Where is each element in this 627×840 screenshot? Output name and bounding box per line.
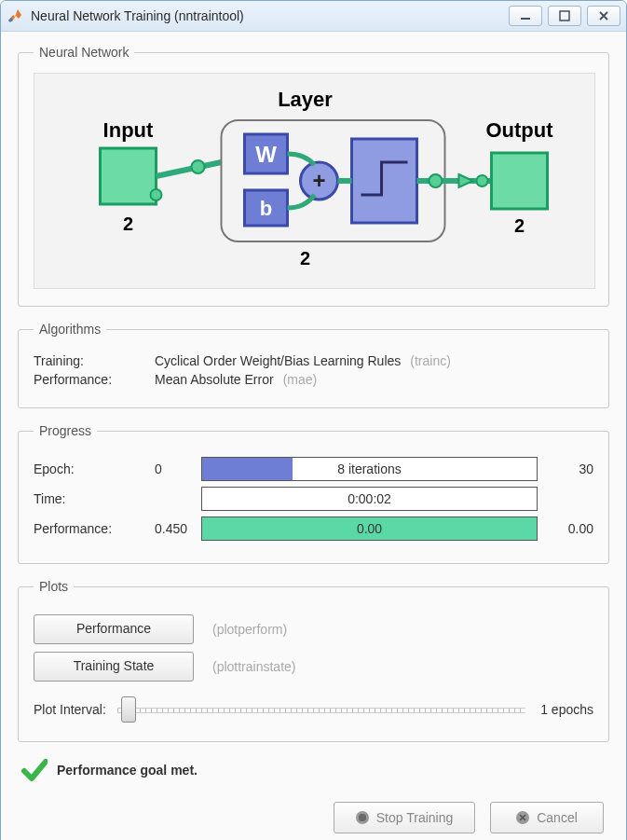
performance-plot-hint: (plotperform): [212, 622, 287, 637]
performance-label: Performance:: [34, 521, 155, 536]
plots-section: Plots Performance (plotperform) Training…: [18, 579, 609, 742]
training-value: Cyclical Order Weight/Bias Learning Rule…: [155, 353, 401, 368]
plus-label: +: [312, 168, 325, 193]
content-area: Neural Network Input Layer Output 2: [1, 32, 626, 840]
status-row: Performance goal met.: [21, 757, 609, 783]
network-section: Neural Network Input Layer Output 2: [18, 45, 609, 307]
plot-training-state-row: Training State (plottrainstate): [34, 652, 593, 682]
svg-rect-0: [521, 18, 530, 20]
cancel-button[interactable]: Cancel: [490, 802, 604, 833]
minimize-button[interactable]: [509, 6, 542, 26]
time-label: Time:: [34, 491, 155, 506]
layer-size: 2: [300, 248, 310, 269]
performance-row: Performance: 0.450 0.00 0.00: [34, 516, 593, 541]
performance-algo-hint: (mae): [283, 372, 318, 387]
performance-bar-text: 0.00: [357, 521, 382, 536]
plot-interval-row: Plot Interval: 1 epochs: [34, 695, 593, 724]
node-icon: [192, 160, 205, 173]
connector: [157, 162, 222, 176]
transfer-function-block: [352, 139, 417, 223]
connector: [288, 154, 315, 165]
epoch-label: Epoch:: [34, 461, 155, 476]
stop-icon: [356, 811, 369, 824]
performance-algo-row: Performance: Mean Absolute Error (mae): [34, 372, 593, 387]
training-hint: (trainc): [410, 353, 451, 368]
performance-algo-label: Performance:: [34, 372, 155, 387]
time-bar-text: 0:00:02: [348, 491, 391, 506]
w-label: W: [255, 142, 277, 167]
window-buttons: [509, 6, 620, 26]
plot-interval-slider[interactable]: [117, 695, 525, 724]
svg-marker-2: [359, 814, 366, 821]
titlebar: Neural Network Training (nntraintool): [1, 1, 626, 32]
status-message: Performance goal met.: [57, 763, 198, 778]
algorithms-legend: Algorithms: [34, 322, 106, 337]
epoch-end: 30: [538, 461, 593, 476]
output-size: 2: [514, 215, 525, 236]
node-icon: [429, 174, 443, 187]
progress-section: Progress Epoch: 0 8 iterations 30 Time: …: [18, 423, 609, 564]
b-label: b: [260, 197, 272, 220]
performance-algo-value: Mean Absolute Error: [155, 372, 274, 387]
performance-bar: 0.00: [201, 516, 538, 541]
stop-training-label: Stop Training: [376, 810, 454, 825]
training-state-plot-button[interactable]: Training State: [34, 652, 194, 682]
close-button[interactable]: [587, 6, 620, 26]
plot-interval-value: 1 epochs: [540, 702, 593, 717]
plots-legend: Plots: [34, 579, 74, 594]
layer-label: Layer: [278, 88, 333, 111]
input-label: Input: [103, 118, 154, 142]
matlab-app-icon: [7, 7, 23, 24]
window-title: Neural Network Training (nntraintool): [31, 8, 509, 23]
time-row: Time: 0:00:02: [34, 487, 593, 511]
training-row: Training: Cyclical Order Weight/Bias Lea…: [34, 353, 593, 368]
training-label: Training:: [34, 353, 155, 368]
training-state-plot-hint: (plottrainstate): [212, 659, 295, 674]
slider-thumb[interactable]: [121, 696, 136, 723]
stop-training-button[interactable]: Stop Training: [334, 802, 475, 833]
output-label: Output: [485, 118, 553, 142]
epoch-row: Epoch: 0 8 iterations 30: [34, 457, 593, 481]
slider-track: [117, 708, 525, 713]
epoch-bar: 8 iterations: [201, 457, 538, 481]
performance-plot-button[interactable]: Performance: [34, 614, 194, 644]
network-legend: Neural Network: [34, 45, 134, 60]
footer: Stop Training Cancel: [18, 802, 609, 833]
epoch-start: 0: [155, 461, 201, 476]
network-diagram: Input Layer Output 2 W: [34, 73, 595, 289]
performance-start: 0.450: [155, 521, 201, 536]
checkmark-icon: [21, 757, 48, 783]
input-block: [101, 148, 157, 204]
algorithms-section: Algorithms Training: Cyclical Order Weig…: [18, 322, 609, 408]
maximize-button[interactable]: [548, 6, 581, 26]
cancel-icon: [516, 811, 529, 824]
node-icon: [151, 189, 162, 200]
progress-legend: Progress: [34, 423, 97, 438]
node-icon: [477, 175, 488, 186]
cancel-label: Cancel: [537, 810, 578, 825]
input-size: 2: [123, 213, 133, 234]
performance-end: 0.00: [538, 521, 593, 536]
arrow-icon: [459, 174, 473, 187]
time-bar: 0:00:02: [201, 487, 538, 511]
output-block: [492, 153, 548, 209]
window: Neural Network Training (nntraintool) Ne…: [0, 0, 627, 840]
epoch-bar-fill: [202, 458, 293, 480]
plot-performance-row: Performance (plotperform): [34, 614, 593, 644]
connector: [288, 195, 315, 208]
epoch-bar-text: 8 iterations: [337, 461, 401, 476]
plot-interval-label: Plot Interval:: [34, 702, 106, 717]
svg-rect-1: [560, 11, 569, 21]
